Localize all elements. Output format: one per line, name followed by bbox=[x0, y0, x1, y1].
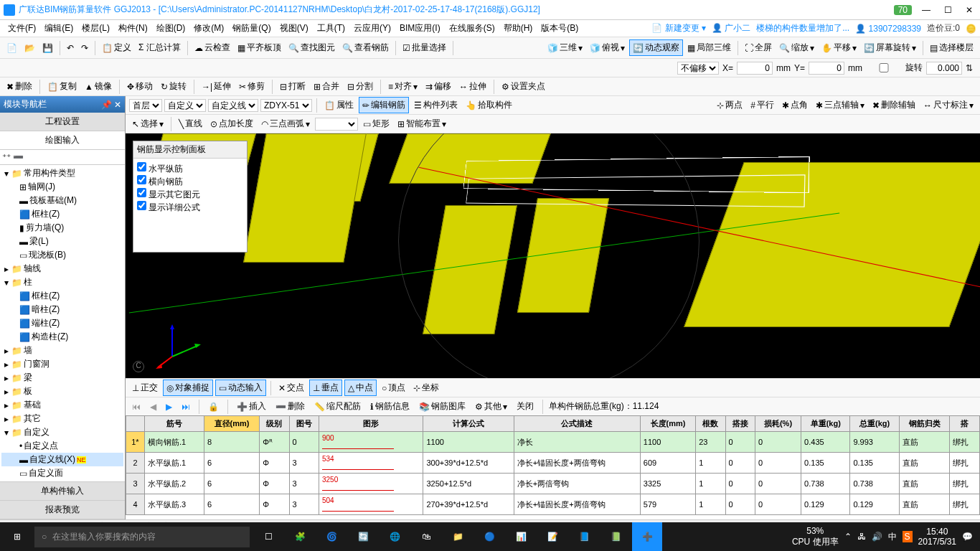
tab-draw[interactable]: 绘图输入 bbox=[0, 131, 125, 150]
col-header[interactable]: 搭接 bbox=[725, 416, 755, 432]
point-angle-button[interactable]: ✱ 点角 bbox=[779, 98, 811, 113]
tray-ime[interactable]: 中 bbox=[888, 531, 897, 543]
menu-draw[interactable]: 绘图(D) bbox=[152, 22, 190, 34]
edit-steel-button[interactable]: ✏ 编辑钢筋 bbox=[359, 97, 409, 113]
menu-floor[interactable]: 楼层(L) bbox=[77, 22, 114, 34]
rotate-input[interactable] bbox=[926, 62, 962, 75]
point-length-button[interactable]: ⊙ 点加长度 bbox=[207, 116, 256, 131]
select-floor-button[interactable]: ▤ 选择楼层 bbox=[927, 40, 976, 55]
app-icon-8[interactable]: 📗 bbox=[600, 522, 631, 551]
local-3d-button[interactable]: ▦ 局部三维 bbox=[684, 40, 734, 55]
notification-link[interactable]: 楼梯的构件数量增加了... bbox=[756, 22, 849, 34]
split-button[interactable]: ⊟ 分割 bbox=[344, 79, 376, 94]
cloud-check-button[interactable]: ☁ 云检查 bbox=[192, 40, 233, 55]
id-select[interactable]: ZDYX-51 bbox=[260, 99, 312, 112]
menu-help[interactable]: 帮助(H) bbox=[499, 22, 537, 34]
tree-column[interactable]: ▾📁 柱 bbox=[1, 276, 123, 289]
scale-button[interactable]: 📏 缩尺配筋 bbox=[311, 399, 364, 414]
lock-button[interactable]: 🔒 bbox=[205, 400, 222, 413]
line-button[interactable]: ╲ 直线 bbox=[176, 116, 205, 131]
collapse-icon[interactable]: ➖ bbox=[13, 152, 24, 162]
clock-date[interactable]: 2017/5/31 bbox=[918, 537, 956, 547]
col-header[interactable]: 损耗(%) bbox=[755, 416, 801, 432]
menu-view[interactable]: 视图(V) bbox=[275, 22, 313, 34]
zoom-button[interactable]: 🔍 缩放 ▾ bbox=[776, 40, 817, 55]
view-steel-button[interactable]: 🔍 查看钢筋 bbox=[339, 40, 392, 55]
list-button[interactable]: ☰ 构件列表 bbox=[411, 98, 461, 113]
tree-fcol[interactable]: 🟦 框柱(Z) bbox=[1, 207, 123, 221]
coord-snap[interactable]: ⊹ 坐标 bbox=[410, 380, 442, 395]
menu-online[interactable]: 在线服务(S) bbox=[445, 22, 499, 34]
spinner-icon[interactable]: ⇅ bbox=[966, 63, 973, 73]
ortho-toggle[interactable]: ⊥ 正交 bbox=[129, 380, 161, 395]
tree-common[interactable]: ▾📁 常用构件类型 bbox=[1, 166, 123, 180]
floor-select[interactable]: 首层 bbox=[129, 99, 162, 112]
col-header[interactable]: 计算公式 bbox=[423, 416, 514, 432]
dynamic-input-toggle[interactable]: ▭ 动态输入 bbox=[215, 380, 266, 396]
other-button[interactable]: ⚙ 其他 ▾ bbox=[472, 399, 510, 414]
check-formula[interactable]: 显示详细公式 bbox=[137, 201, 243, 214]
col-header[interactable]: 根数 bbox=[696, 416, 725, 432]
parallel-button[interactable]: # 平行 bbox=[748, 98, 777, 113]
steel-lib-button[interactable]: 📚 钢筋图库 bbox=[416, 399, 468, 414]
rotate-checkbox[interactable] bbox=[866, 63, 902, 72]
offset-button[interactable]: ⇉ 偏移 bbox=[423, 79, 454, 94]
expand-icon[interactable]: ⁺⁺ bbox=[2, 152, 11, 162]
table-row[interactable]: 2水平纵筋.16Φ3534300+39*d+12.5*d净长+锚固长度+两倍弯钩… bbox=[126, 453, 980, 474]
break-button[interactable]: ⊟ 打断 bbox=[277, 79, 308, 94]
explorer-icon[interactable]: 📁 bbox=[443, 522, 473, 551]
tree-other[interactable]: ▸📁 其它 bbox=[1, 412, 123, 425]
menu-bim[interactable]: BIM应用(I) bbox=[395, 22, 445, 34]
extend-button[interactable]: →| 延伸 bbox=[199, 79, 234, 94]
col-header[interactable]: 图形 bbox=[319, 416, 423, 432]
arc3-button[interactable]: ◠ 三点画弧 ▾ bbox=[258, 116, 313, 131]
col-header[interactable]: 单重(kg) bbox=[801, 416, 850, 432]
tree-beam2[interactable]: ▸📁 梁 bbox=[1, 371, 123, 385]
delete-axis-button[interactable]: ✖ 删除辅轴 bbox=[870, 98, 918, 113]
app-icon-1[interactable]: 🧩 bbox=[285, 522, 315, 551]
smart-layout-button[interactable]: ⊞ 智能布置 ▾ bbox=[395, 116, 449, 131]
dimension-button[interactable]: ↔ 尺寸标注 ▾ bbox=[920, 98, 976, 113]
tree-found[interactable]: ▸📁 基础 bbox=[1, 398, 123, 412]
app-icon-4[interactable]: 🔵 bbox=[474, 522, 504, 551]
tree-slab[interactable]: ▭ 现浇板(B) bbox=[1, 248, 123, 262]
tree-wall[interactable]: ▸📁 墙 bbox=[1, 344, 123, 357]
draw-option-select[interactable] bbox=[315, 118, 358, 131]
undo-button[interactable]: ↶ bbox=[64, 42, 77, 55]
note-badge[interactable]: 70 bbox=[894, 5, 912, 15]
notification-icon[interactable]: 💬 bbox=[962, 532, 973, 542]
topview-button[interactable]: 🧊 俯视 ▾ bbox=[587, 40, 628, 55]
fullscreen-button[interactable]: ⛶ 全屏 bbox=[742, 40, 775, 55]
app-icon-3[interactable]: 🔄 bbox=[348, 522, 378, 551]
category-select[interactable]: 自定义 bbox=[164, 99, 206, 112]
menu-steel[interactable]: 钢筋量(Q) bbox=[228, 22, 275, 34]
prev-button[interactable]: ◀ bbox=[147, 400, 159, 413]
check-horizontal[interactable]: 水平纵筋 bbox=[137, 162, 243, 175]
delete-row-button[interactable]: ➖ 删除 bbox=[273, 399, 308, 414]
rotate-button[interactable]: ↻ 旋转 bbox=[158, 79, 189, 94]
app-icon-9[interactable]: ➕ bbox=[632, 522, 662, 551]
account-label[interactable]: 👤 13907298339 bbox=[855, 24, 921, 34]
insert-row-button[interactable]: ➕ 插入 bbox=[234, 399, 269, 414]
cpu-meter[interactable]: 53% CPU 使用率 bbox=[792, 526, 839, 548]
trim-button[interactable]: ✂ 修剪 bbox=[236, 79, 268, 94]
array-button[interactable]: ↔ 拉伸 bbox=[456, 79, 489, 94]
check-other[interactable]: 显示其它图元 bbox=[137, 188, 243, 201]
three-point-axis-button[interactable]: ✱ 三点辅轴 ▾ bbox=[813, 98, 867, 113]
new-change-button[interactable]: 📄 新建变更 ▾ bbox=[651, 22, 706, 34]
clock-time[interactable]: 15:40 bbox=[918, 527, 956, 537]
task-view-icon[interactable]: ☐ bbox=[253, 522, 283, 551]
app-icon-2[interactable]: 🌀 bbox=[316, 522, 347, 551]
tree-raft[interactable]: ▬ 筏板基础(M) bbox=[1, 194, 123, 207]
delete-button[interactable]: ✖ 删除 bbox=[4, 79, 35, 94]
table-row[interactable]: 4水平纵筋.36Φ3504270+39*d+12.5*d净长+锚固长度+两倍弯钩… bbox=[126, 494, 980, 515]
merge-button[interactable]: ⊞ 合并 bbox=[311, 79, 342, 94]
find-element-button[interactable]: 🔍 查找图元 bbox=[286, 40, 338, 55]
tree-scol[interactable]: 🟦 构造柱(Z) bbox=[1, 330, 123, 344]
store-icon[interactable]: 🛍 bbox=[411, 522, 441, 551]
osnap-toggle[interactable]: ◎ 对象捕捉 bbox=[163, 380, 213, 396]
table-row[interactable]: 1*横向钢筋.18Φᴿ09001100净长110023000.4359.993直… bbox=[126, 432, 980, 453]
3d-button[interactable]: 🧊 三维 ▾ bbox=[545, 40, 585, 55]
app-icon-6[interactable]: 📝 bbox=[537, 522, 567, 551]
flat-top-button[interactable]: ▦ 平齐板顶 bbox=[235, 40, 284, 55]
